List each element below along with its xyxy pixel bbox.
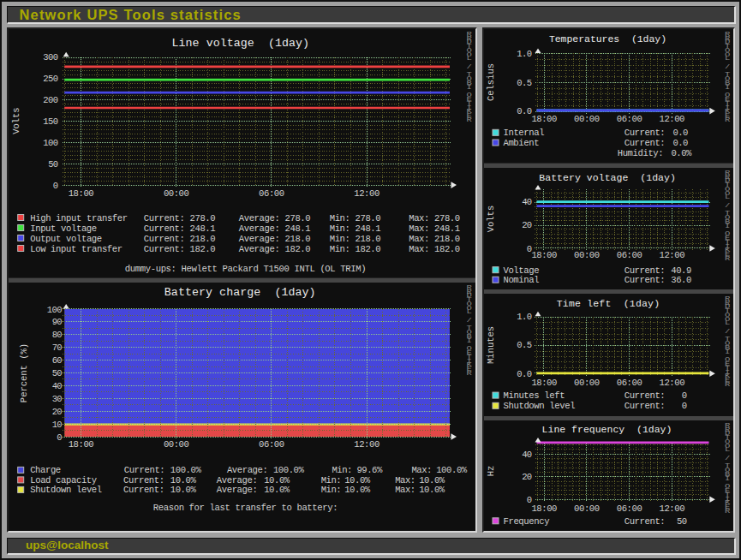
svg-text:06:00: 06:00 — [616, 114, 642, 124]
svg-text:40: 40 — [522, 450, 532, 460]
svg-text:150: 150 — [43, 116, 58, 127]
svg-text:Current:: Current: — [123, 465, 164, 475]
svg-text:Min:: Min: — [320, 475, 341, 486]
svg-text:50: 50 — [676, 516, 686, 527]
svg-text:30: 30 — [51, 394, 62, 404]
svg-text:Percent (%): Percent (%) — [18, 343, 28, 402]
svg-text:80: 80 — [51, 330, 62, 340]
svg-text:Min: 182.0: Min: 182.0 — [329, 244, 380, 254]
svg-text:Max: 218.0: Max: 218.0 — [409, 234, 460, 244]
svg-text:Load capacity: Load capacity — [30, 475, 97, 486]
svg-text:RRDTOOL / TOBI OETIKER: RRDTOOL / TOBI OETIKER — [466, 285, 472, 378]
svg-text:Temperatures (1day): Temperatures (1day) — [548, 33, 666, 45]
svg-text:99.6%: 99.6% — [356, 465, 383, 475]
svg-text:Average:: Average: — [217, 475, 258, 486]
svg-text:Average: 218.0: Average: 218.0 — [238, 234, 310, 244]
svg-text:Current:: Current: — [624, 401, 665, 411]
svg-text:18:00: 18:00 — [531, 378, 557, 388]
svg-text:Voltage: Voltage — [503, 265, 539, 275]
svg-text:100: 100 — [43, 138, 58, 148]
svg-text:Current:: Current: — [123, 485, 164, 495]
svg-text:Humidity:: Humidity: — [617, 148, 663, 158]
svg-text:100.0%: 100.0% — [436, 465, 468, 475]
svg-text:Battery voltage (1day): Battery voltage (1day) — [539, 171, 676, 182]
svg-text:00:00: 00:00 — [574, 114, 600, 124]
svg-text:200: 200 — [43, 95, 58, 105]
svg-text:Low input transfer: Low input transfer — [30, 244, 123, 254]
svg-text:36.0: 36.0 — [671, 275, 691, 285]
svg-text:Average:: Average: — [227, 465, 268, 475]
svg-text:Output voltage: Output voltage — [30, 234, 102, 244]
svg-text:Shutdown level: Shutdown level — [503, 401, 575, 411]
svg-text:10.0%: 10.0% — [170, 475, 197, 486]
svg-text:Min: 248.1: Min: 248.1 — [329, 223, 380, 234]
svg-text:Volts: Volts — [11, 108, 21, 134]
svg-text:00:00: 00:00 — [574, 503, 600, 514]
svg-text:100.0%: 100.0% — [273, 465, 305, 475]
svg-text:Current:: Current: — [624, 138, 665, 148]
svg-text:RRDTOOL / TOBI OETIKER: RRDTOOL / TOBI OETIKER — [725, 32, 731, 124]
svg-text:Current:: Current: — [624, 128, 665, 139]
svg-text:0: 0 — [53, 181, 58, 191]
svg-text:Average:: Average: — [217, 485, 258, 495]
svg-text:70: 70 — [51, 343, 62, 353]
svg-text:06:00: 06:00 — [616, 378, 642, 388]
svg-text:0: 0 — [57, 432, 62, 443]
svg-text:Current: 218.0: Current: 218.0 — [143, 234, 215, 244]
svg-text:12:00: 12:00 — [659, 249, 684, 259]
svg-text:06:00: 06:00 — [616, 249, 642, 259]
svg-text:12:00: 12:00 — [354, 439, 379, 450]
svg-text:06:00: 06:00 — [259, 189, 284, 200]
svg-text:Current:: Current: — [624, 390, 665, 401]
svg-text:50: 50 — [51, 368, 62, 378]
svg-text:0.5: 0.5 — [517, 340, 532, 350]
svg-text:10: 10 — [51, 420, 62, 430]
svg-text:0.0%: 0.0% — [671, 148, 692, 158]
svg-text:Hz: Hz — [485, 466, 495, 477]
svg-text:0: 0 — [681, 401, 686, 411]
svg-text:Input voltage: Input voltage — [30, 223, 97, 234]
svg-text:Min:: Min: — [332, 465, 352, 475]
svg-text:18:00: 18:00 — [68, 439, 93, 450]
svg-text:100.0%: 100.0% — [170, 465, 202, 475]
svg-text:RRDTOOL / TOBI OETIKER: RRDTOOL / TOBI OETIKER — [725, 295, 731, 388]
svg-text:Max: 248.1: Max: 248.1 — [409, 223, 460, 234]
svg-text:00:00: 00:00 — [164, 189, 189, 200]
svg-text:20: 20 — [522, 472, 532, 482]
svg-text:300: 300 — [43, 53, 58, 63]
svg-text:Min: 218.0: Min: 218.0 — [329, 234, 380, 244]
svg-text:Max:: Max: — [395, 475, 415, 486]
svg-text:Current:: Current: — [123, 475, 164, 486]
svg-text:Current: 248.1: Current: 248.1 — [143, 223, 215, 234]
svg-text:00:00: 00:00 — [574, 378, 600, 388]
svg-text:Volts: Volts — [485, 205, 495, 231]
svg-text:60: 60 — [51, 355, 62, 366]
svg-text:Average: 182.0: Average: 182.0 — [238, 244, 310, 254]
svg-text:Max: 182.0: Max: 182.0 — [409, 244, 460, 254]
svg-text:10.0%: 10.0% — [170, 485, 197, 495]
svg-text:RRDTOOL / TOBI OETIKER: RRDTOOL / TOBI OETIKER — [466, 32, 472, 124]
svg-text:18:00: 18:00 — [531, 503, 557, 514]
svg-text:00:00: 00:00 — [574, 249, 600, 259]
svg-text:dummy-ups: Hewlett Packard T15: dummy-ups: Hewlett Packard T1500 INTL (O… — [124, 265, 366, 275]
svg-text:12:00: 12:00 — [659, 378, 684, 388]
svg-text:Celsius: Celsius — [485, 63, 495, 101]
svg-text:18:00: 18:00 — [531, 249, 557, 259]
svg-text:Current:: Current: — [624, 275, 665, 285]
svg-text:50: 50 — [48, 159, 58, 170]
svg-text:Ambient: Ambient — [503, 138, 539, 148]
svg-text:Average: 248.1: Average: 248.1 — [238, 223, 310, 234]
svg-text:Max: 278.0: Max: 278.0 — [409, 213, 460, 223]
svg-text:Reason for last transfer to ba: Reason for last transfer to battery: — [152, 503, 338, 513]
svg-text:0.0: 0.0 — [517, 107, 532, 117]
svg-text:0: 0 — [681, 390, 686, 401]
svg-text:18:00: 18:00 — [531, 114, 557, 124]
svg-text:Shutdown level: Shutdown level — [30, 485, 102, 495]
svg-text:0.0: 0.0 — [672, 138, 688, 148]
svg-text:Battery charge (1day): Battery charge (1day) — [164, 286, 316, 299]
svg-text:1.0: 1.0 — [517, 312, 532, 322]
svg-text:90: 90 — [51, 318, 62, 328]
svg-text:100: 100 — [46, 305, 62, 315]
svg-text:1.0: 1.0 — [517, 49, 532, 59]
svg-text:06:00: 06:00 — [259, 439, 284, 450]
